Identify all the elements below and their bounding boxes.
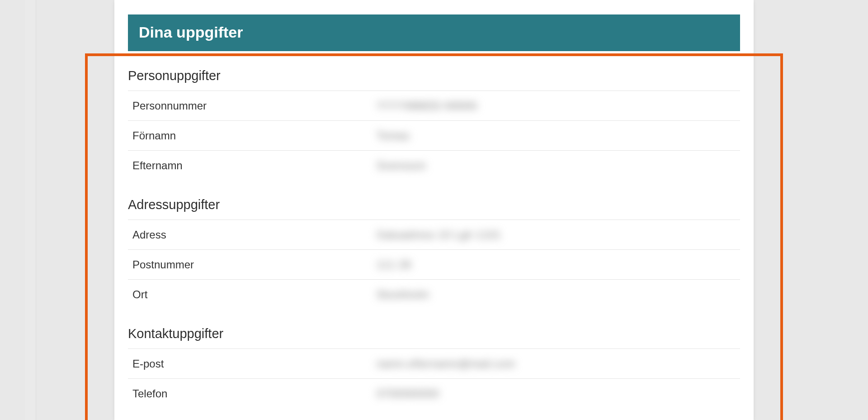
section-person-title: Personuppgifter <box>128 68 740 83</box>
label-fornamn: Förnamn <box>132 129 377 142</box>
card-content: Personuppgifter Personnummer YYYYMMDD-NN… <box>114 68 754 408</box>
section-kontakt-title: Kontaktuppgifter <box>128 326 740 341</box>
label-postnummer: Postnummer <box>132 258 377 271</box>
value-fornamn: Tomas <box>377 129 410 142</box>
label-ort: Ort <box>132 288 377 301</box>
value-postnummer: 111 28 <box>377 258 411 271</box>
value-adress: Gatuadress 10 Lgh 1101 <box>377 229 501 241</box>
value-epost: namn.efternamn@mail.com <box>377 358 515 370</box>
label-personnummer: Personnummer <box>132 100 377 112</box>
value-ort: Stockholm <box>377 288 429 301</box>
section-adress-title: Adressuppgifter <box>128 197 740 212</box>
row-telefon: Telefon 0700000000 <box>128 378 740 408</box>
card-header-title: Dina uppgifter <box>139 24 243 41</box>
value-efternamn: Svensson <box>377 159 426 172</box>
row-ort: Ort Stockholm <box>128 279 740 309</box>
label-adress: Adress <box>132 229 377 241</box>
value-telefon: 0700000000 <box>377 387 439 400</box>
row-personnummer: Personnummer YYYYMMDD-NNNN <box>128 91 740 120</box>
section-person: Personuppgifter Personnummer YYYYMMDD-NN… <box>128 68 740 180</box>
row-postnummer: Postnummer 111 28 <box>128 249 740 279</box>
label-telefon: Telefon <box>132 387 377 400</box>
row-efternamn: Efternamn Svensson <box>128 150 740 180</box>
details-card: Dina uppgifter Personuppgifter Personnum… <box>114 0 754 420</box>
row-epost: E-post namn.efternamn@mail.com <box>128 348 740 378</box>
page-root: Dina uppgifter Personuppgifter Personnum… <box>0 0 868 420</box>
label-epost: E-post <box>132 358 377 370</box>
section-adress: Adressuppgifter Adress Gatuadress 10 Lgh… <box>128 197 740 309</box>
card-header: Dina uppgifter <box>128 14 740 51</box>
label-efternamn: Efternamn <box>132 159 377 172</box>
value-personnummer: YYYYMMDD-NNNN <box>377 100 477 112</box>
row-fornamn: Förnamn Tomas <box>128 120 740 150</box>
left-gutter <box>25 0 36 420</box>
row-adress: Adress Gatuadress 10 Lgh 1101 <box>128 220 740 249</box>
section-kontakt: Kontaktuppgifter E-post namn.efternamn@m… <box>128 326 740 408</box>
